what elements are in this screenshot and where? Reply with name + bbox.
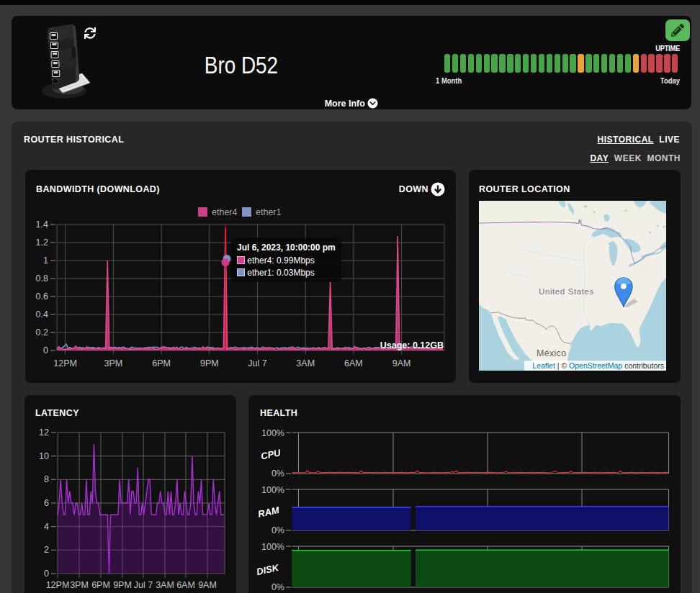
svg-text:6AM: 6AM [176,580,195,590]
svg-text:México: México [537,348,566,358]
svg-text:8: 8 [44,474,49,484]
svg-text:1: 1 [43,255,48,266]
svg-text:0%: 0% [272,582,284,592]
svg-text:9AM: 9AM [392,358,411,368]
svg-text:100%: 100% [261,485,284,495]
svg-text:9PM: 9PM [113,580,132,590]
svg-text:0%: 0% [272,525,284,535]
svg-text:6: 6 [44,498,49,508]
svg-text:Jul 7: Jul 7 [134,580,153,590]
svg-text:1.2: 1.2 [36,237,48,248]
svg-text:0.4: 0.4 [36,309,48,320]
svg-text:2: 2 [44,545,49,555]
svg-text:United States: United States [539,287,594,296]
svg-text:12: 12 [39,427,49,438]
svg-text:12PM: 12PM [53,358,77,368]
svg-text:0: 0 [44,569,49,579]
svg-text:100%: 100% [261,428,284,438]
svg-text:10: 10 [39,451,49,461]
svg-text:6AM: 6AM [344,358,363,368]
svg-text:ether4: ether4 [212,207,237,217]
svg-text:Leaflet | © OpenStreetMap cont: Leaflet | © OpenStreetMap contributors [532,361,664,370]
svg-text:3AM: 3AM [156,580,174,590]
svg-text:0.8: 0.8 [36,273,48,284]
svg-text:0%: 0% [272,468,284,479]
svg-text:ether1: ether1 [256,207,281,217]
svg-text:6PM: 6PM [91,580,110,590]
svg-text:Usage: 0.12GB: Usage: 0.12GB [380,340,444,350]
svg-text:100%: 100% [261,542,284,552]
svg-text:9AM: 9AM [198,580,217,590]
svg-text:4: 4 [44,522,49,532]
svg-text:0: 0 [43,345,48,356]
svg-text:9PM: 9PM [200,358,219,368]
svg-text:12PM: 12PM [46,580,70,590]
svg-text:3AM: 3AM [296,358,315,368]
svg-text:1.4: 1.4 [36,219,48,230]
svg-text:3PM: 3PM [104,358,123,368]
svg-text:6PM: 6PM [152,358,171,368]
svg-text:3PM: 3PM [70,580,89,590]
svg-text:0.2: 0.2 [36,327,48,338]
svg-text:Jul 7: Jul 7 [248,358,266,368]
svg-text:0.6: 0.6 [36,291,48,302]
